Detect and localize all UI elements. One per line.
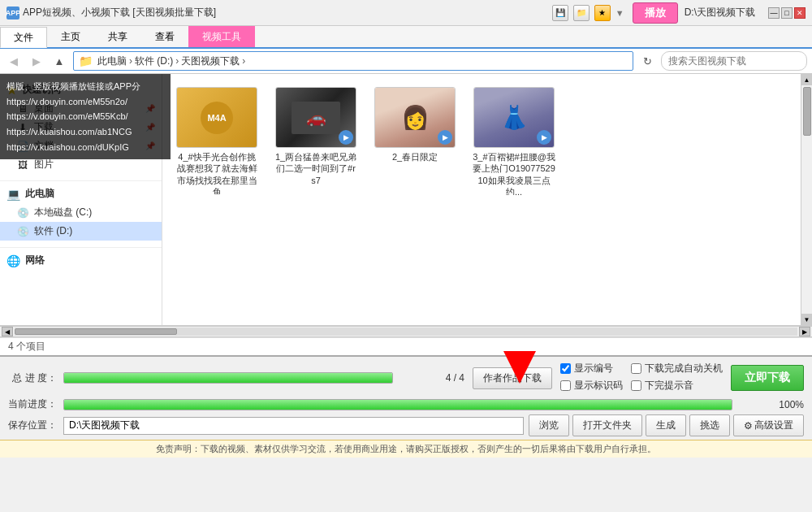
address-bar: ◀ ▶ ▲ 📁 此电脑 › 软件 (D:) › 天图视频下载 › ↻ <box>0 49 812 74</box>
url-line-1: https://v.douyin.com/eM55n2o/ <box>6 94 164 110</box>
breadcrumb-drive: 软件 (D:) <box>135 54 173 68</box>
sidebar-item-d-drive[interactable]: 💿 软件 (D:) <box>0 222 162 241</box>
sidebar-item-c-drive[interactable]: 💿 本地磁盘 (C:) <box>0 203 162 222</box>
close-button[interactable]: ✕ <box>794 7 806 19</box>
total-progress-bar <box>63 372 393 384</box>
file-label-4: 3_#百褶裙#扭腰@我要上热门O1907752910如果我凌晨三点约... <box>473 151 555 195</box>
scroll-down[interactable]: ▼ <box>801 314 812 325</box>
total-progress-text: 4 / 4 <box>400 372 464 384</box>
advanced-settings-button[interactable]: ⚙ 高级设置 <box>733 414 804 436</box>
search-input[interactable] <box>661 51 807 71</box>
current-progress-text: 100% <box>739 399 804 410</box>
tab-video-tools[interactable]: 视频工具 <box>188 26 255 47</box>
current-progress-label: 当前进度： <box>8 397 57 411</box>
toolbar-btn-3[interactable]: ★ <box>594 5 611 21</box>
current-progress-bar <box>63 399 732 410</box>
show-number-checkbox[interactable] <box>560 363 571 374</box>
auto-shutdown-label: 下载完成自动关机 <box>645 362 723 375</box>
address-box[interactable]: 📁 此电脑 › 软件 (D:) › 天图视频下载 › <box>73 51 633 71</box>
tab-share[interactable]: 共享 <box>94 26 141 47</box>
disk-icon-d: 💿 <box>16 225 29 238</box>
computer-icon: 💻 <box>6 188 20 201</box>
checkbox-download-sound: 下完提示音 <box>631 379 723 393</box>
title-bar: APP APP短视频、小视频下载 [天图视频批量下载] 💾 📁 ★ ▼ 播放 D… <box>0 0 812 26</box>
total-progress-fill <box>64 373 392 383</box>
auto-shutdown-checkbox[interactable] <box>631 363 641 374</box>
scroll-up[interactable]: ▲ <box>801 74 812 85</box>
download-now-button[interactable]: 立即下载 <box>731 365 804 391</box>
this-pc-section: 💻 此电脑 💿 本地磁盘 (C:) 💿 软件 (D:) <box>0 184 162 241</box>
disclaimer: 免责声明：下载的视频、素材仅供学习交流，若使用商业用途，请购买正版授权，否则产生… <box>0 440 812 458</box>
maximize-button[interactable]: □ <box>781 7 793 19</box>
download-sound-checkbox[interactable] <box>631 380 641 391</box>
path-label: D:\天图视频下载 <box>685 6 755 20</box>
tab-file[interactable]: 文件 <box>0 27 47 48</box>
author-works-button[interactable]: 作者作品下载 <box>473 367 552 389</box>
divider-1 <box>0 180 162 181</box>
refresh-button[interactable]: ↻ <box>638 52 656 70</box>
m4a-icon: M4A <box>201 102 233 134</box>
url-line-2: https://v.douyin.com/eM55Kcb/ <box>6 109 164 124</box>
checkbox-show-number: 显示编号 <box>560 362 623 375</box>
this-pc-header[interactable]: 💻 此电脑 <box>0 184 162 203</box>
breadcrumb-pc: 此电脑 <box>97 54 127 68</box>
main-scrollbar[interactable]: ▲ ▼ <box>801 74 812 325</box>
show-number-label: 显示编号 <box>574 362 613 375</box>
toolbar-btn-2[interactable]: 📁 <box>573 5 590 21</box>
save-row: 保存位置： D:\天图视频下载 浏览 打开文件夹 生成 挑选 ⚙ 高级设置 <box>8 414 804 436</box>
file-label-2: 1_两台猛兽来吧兄弟们二选一时间到了#rs7 <box>274 151 357 186</box>
file-label-3: 2_春日限定 <box>392 151 438 163</box>
file-item-2[interactable]: 🚗 ▶ 1_两台猛兽来吧兄弟们二选一时间到了#rs7 <box>271 84 361 198</box>
disk-icon-c: 💿 <box>16 206 29 219</box>
status-bar: 4 个项目 <box>0 337 812 355</box>
save-label: 保存位置： <box>8 419 57 432</box>
gear-icon: ⚙ <box>744 420 753 432</box>
toolbar-btn-1[interactable]: 💾 <box>552 5 568 21</box>
pictures-icon: 🖼 <box>16 158 29 171</box>
network-section: 🌐 网络 <box>0 251 162 270</box>
url-line-4: https://v.kuaishou.com/dUKpIG <box>6 140 164 155</box>
url-panel: 横版、竖版视频播放链接或APP分 https://v.douyin.com/eM… <box>0 74 171 159</box>
tab-view[interactable]: 查看 <box>141 26 188 47</box>
show-mark-checkbox[interactable] <box>560 380 571 391</box>
forward-button[interactable]: ▶ <box>28 52 45 70</box>
bottom-panel: 总 进 度： 4 / 4 作者作品下载 显示编号 显示标识码 <box>0 355 812 440</box>
url-line-3: https://v.kuaishou.com/ab1NCG <box>6 124 164 140</box>
tab-home[interactable]: 主页 <box>47 26 94 47</box>
browse-button[interactable]: 浏览 <box>529 414 569 436</box>
network-icon: 🌐 <box>6 254 20 267</box>
divider-2 <box>0 247 162 248</box>
back-button[interactable]: ◀ <box>5 52 23 70</box>
select-button[interactable]: 挑选 <box>689 414 730 436</box>
minimize-button[interactable]: — <box>768 7 780 19</box>
h-scroll-thumb[interactable] <box>15 328 177 335</box>
up-button[interactable]: ▲ <box>50 52 68 70</box>
network-header[interactable]: 🌐 网络 <box>0 251 162 270</box>
ribbon: 文件 主页 共享 查看 视频工具 <box>0 26 812 49</box>
save-path-input[interactable]: D:\天图视频下载 <box>63 417 524 435</box>
file-item-4[interactable]: 👗 ▶ 3_#百褶裙#扭腰@我要上热门O1907752910如果我凌晨三点约..… <box>469 84 559 198</box>
scroll-left[interactable]: ◀ <box>2 327 13 336</box>
total-progress-row: 总 进 度： 4 / 4 作者作品下载 显示编号 显示标识码 <box>8 362 804 394</box>
file-item-3[interactable]: 👩 ▶ 2_春日限定 <box>370 84 460 198</box>
file-item-1[interactable]: M4A 4_#快手光合创作挑战赛想我了就去海鲜市场找找我在那里当鱼 <box>172 84 261 198</box>
play-badge-3: ▶ <box>438 130 452 145</box>
item-count: 4 个项目 <box>8 340 45 354</box>
file-label-1: 4_#快手光合创作挑战赛想我了就去海鲜市场找找我在那里当鱼 <box>175 151 258 195</box>
scroll-thumb[interactable] <box>803 87 811 136</box>
ribbon-tabs: 文件 主页 共享 查看 视频工具 <box>0 26 812 47</box>
breadcrumb-folder: 天图视频下载 <box>181 54 240 68</box>
generate-button[interactable]: 生成 <box>646 414 686 436</box>
url-1: 横版、竖版视频播放链接或APP分 <box>6 79 164 94</box>
file-area: M4A 4_#快手光合创作挑战赛想我了就去海鲜市场找找我在那里当鱼 🚗 ▶ 1_… <box>162 74 801 325</box>
playback-button[interactable]: 播放 <box>633 2 678 24</box>
advanced-settings-label: 高级设置 <box>754 419 793 432</box>
open-folder-button[interactable]: 打开文件夹 <box>572 414 642 436</box>
current-progress-row: 当前进度： 100% <box>8 397 804 411</box>
horizontal-scrollbar[interactable]: ◀ ▶ <box>0 326 812 337</box>
app-title: APP短视频、小视频下载 [天图视频批量下载] <box>23 6 216 20</box>
checkbox-auto-shutdown: 下载完成自动关机 <box>631 362 723 375</box>
scroll-right[interactable]: ▶ <box>799 327 810 336</box>
total-progress-label: 总 进 度： <box>8 371 57 385</box>
play-badge-4: ▶ <box>537 130 551 145</box>
